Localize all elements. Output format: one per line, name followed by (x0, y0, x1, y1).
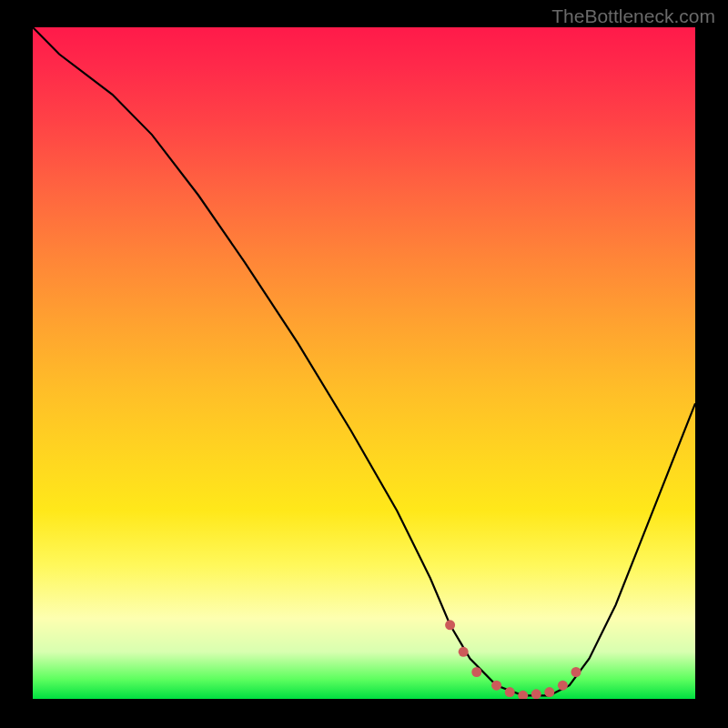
curve-overlay (33, 27, 695, 699)
plot-area (33, 27, 695, 699)
marker-dot (505, 687, 515, 697)
bottleneck-curve (33, 27, 695, 695)
watermark-text: TheBottleneck.com (551, 5, 715, 27)
marker-dots (445, 620, 581, 699)
marker-dot (471, 667, 481, 677)
marker-dot (531, 689, 541, 699)
marker-dot (558, 681, 568, 691)
marker-dot (491, 681, 501, 691)
marker-dot (445, 620, 455, 630)
marker-dot (544, 687, 554, 697)
marker-dot (459, 647, 469, 657)
marker-dot (571, 667, 581, 677)
marker-dot (518, 691, 528, 699)
